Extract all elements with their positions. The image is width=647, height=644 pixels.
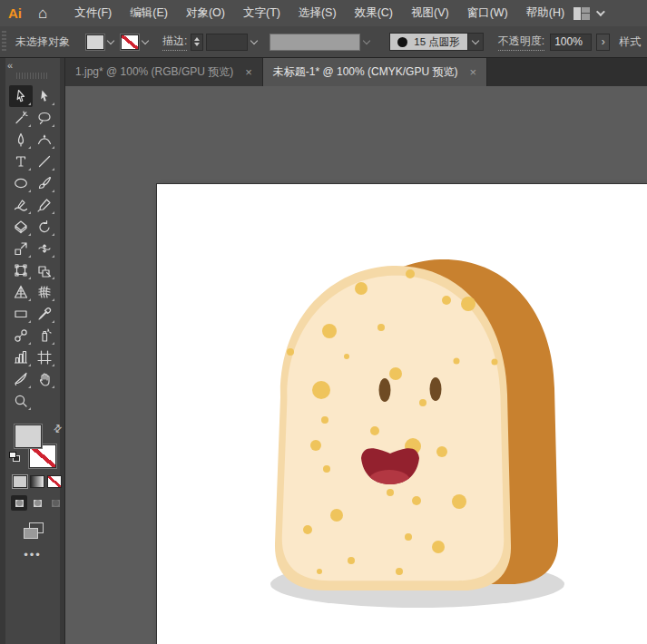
- draw-inside-button[interactable]: [47, 495, 64, 511]
- tool-selection[interactable]: [9, 85, 33, 107]
- brush-select[interactable]: 15 点圆形: [389, 33, 468, 51]
- mesh-icon: [37, 285, 52, 299]
- stroke-weight-label[interactable]: 描边:: [162, 34, 187, 51]
- tool-lasso[interactable]: [33, 107, 56, 129]
- collapse-panel-button[interactable]: «: [7, 60, 12, 71]
- tool-blend[interactable]: [9, 325, 33, 346]
- tool-pencil[interactable]: [33, 194, 56, 216]
- tool-zoom[interactable]: [9, 390, 33, 412]
- menu-object[interactable]: 对象(O): [177, 0, 234, 26]
- bread-spot: [389, 367, 402, 380]
- canvas-pasteboard[interactable]: [65, 86, 647, 644]
- panel-drag-grip[interactable]: [16, 73, 49, 79]
- workspace-switcher[interactable]: [573, 7, 603, 20]
- menu-view[interactable]: 视图(V): [402, 0, 458, 26]
- menu-window[interactable]: 窗口(W): [458, 0, 517, 26]
- menu-select[interactable]: 选择(S): [289, 0, 346, 26]
- gradient-button[interactable]: [30, 475, 44, 488]
- tool-width[interactable]: [33, 238, 56, 259]
- menu-effect[interactable]: 效果(C): [346, 0, 402, 26]
- tool-scale[interactable]: [9, 238, 33, 259]
- tool-pen[interactable]: [9, 129, 33, 151]
- home-icon[interactable]: ⌂: [38, 5, 47, 23]
- tool-rotate[interactable]: [33, 216, 56, 238]
- fill-dropdown-chevron-icon[interactable]: [107, 36, 114, 44]
- stroke-weight-select[interactable]: [206, 34, 248, 51]
- fill-stroke-cluster: ⇄: [9, 424, 60, 472]
- selection-icon: [14, 89, 28, 103]
- menu-help[interactable]: 帮助(H): [517, 0, 573, 26]
- style-label[interactable]: 样式: [619, 34, 641, 50]
- menu-edit[interactable]: 编辑(E): [121, 0, 177, 26]
- paintbrush-icon: [37, 176, 52, 190]
- tool-eyedropper[interactable]: [33, 303, 56, 325]
- fill-color-swatch[interactable]: [86, 34, 104, 50]
- tool-paintbrush[interactable]: [33, 172, 56, 194]
- tool-grid: [9, 85, 56, 412]
- artboard[interactable]: [157, 184, 647, 644]
- bread-spot: [370, 426, 379, 435]
- tool-hand[interactable]: [33, 368, 56, 390]
- tool-symbol-sprayer[interactable]: [33, 325, 56, 346]
- fill-color-control[interactable]: [15, 424, 42, 448]
- panel-grip[interactable]: [2, 31, 6, 53]
- change-screen-mode-button[interactable]: [24, 522, 45, 541]
- swap-fill-stroke-icon[interactable]: ⇄: [51, 422, 65, 436]
- tool-shape-builder[interactable]: [33, 259, 56, 281]
- tool-direct-selection[interactable]: [33, 85, 56, 107]
- draw-mode-row: [11, 495, 64, 511]
- shape-builder-icon: [37, 263, 52, 278]
- default-fill-stroke-icon[interactable]: [9, 452, 20, 462]
- bread-spot: [312, 381, 330, 399]
- bread-spot: [330, 509, 343, 522]
- stroke-dropdown-chevron-icon[interactable]: [142, 36, 149, 44]
- tab-document-1[interactable]: 1.jpg* @ 100% (RGB/GPU 预览) ×: [65, 58, 263, 86]
- chevron-down-icon: [596, 7, 605, 16]
- draw-behind-button[interactable]: [29, 495, 45, 511]
- edit-toolbar-button[interactable]: •••: [5, 548, 60, 561]
- stroke-color-swatch[interactable]: [121, 34, 139, 50]
- column-graph-icon: [14, 350, 28, 365]
- opacity-input[interactable]: 100%: [550, 34, 592, 51]
- menu-file[interactable]: 文件(F): [65, 0, 121, 26]
- draw-normal-button[interactable]: [11, 495, 27, 511]
- width-profile-chevron-icon: [363, 36, 370, 44]
- tool-eraser[interactable]: [9, 216, 33, 238]
- tool-slice[interactable]: [9, 368, 33, 390]
- tool-gradient[interactable]: [9, 303, 33, 325]
- tool-perspective-grid[interactable]: [9, 281, 33, 303]
- brush-name: 15 点圆形: [414, 35, 460, 49]
- round-brush-icon: [397, 37, 407, 47]
- tool-curvature[interactable]: [33, 129, 56, 151]
- tool-artboard[interactable]: [33, 346, 56, 368]
- bread-spot: [303, 525, 312, 534]
- bread-spot: [396, 568, 403, 575]
- close-icon[interactable]: ×: [469, 65, 476, 79]
- tool-column-graph[interactable]: [9, 346, 33, 368]
- stroke-weight-chevron-icon[interactable]: [250, 36, 258, 44]
- none-button[interactable]: [47, 475, 62, 488]
- bread-spot: [348, 557, 355, 564]
- menu-type[interactable]: 文字(T): [234, 0, 289, 26]
- tool-free-transform[interactable]: [9, 259, 33, 281]
- front-slice-bread: [282, 276, 504, 581]
- eraser-icon: [14, 220, 28, 234]
- brush-chevron-button[interactable]: [468, 33, 484, 51]
- bread-spot: [377, 324, 385, 331]
- tab-label: 未标题-1* @ 100% (CMYK/GPU 预览): [273, 64, 458, 80]
- tool-shaper[interactable]: [9, 194, 33, 216]
- tool-type[interactable]: [9, 151, 33, 172]
- tools-panel: « ⇄ •: [5, 58, 60, 644]
- tool-line-segment[interactable]: [33, 151, 56, 172]
- bread-spot: [321, 416, 328, 424]
- tool-mesh[interactable]: [33, 281, 56, 303]
- opacity-expand-button[interactable]: ›: [596, 34, 610, 51]
- tool-magic-wand[interactable]: [9, 107, 33, 129]
- opacity-label[interactable]: 不透明度:: [498, 34, 544, 51]
- color-button[interactable]: [13, 475, 27, 488]
- tab-document-2[interactable]: 未标题-1* @ 100% (CMYK/GPU 预览) ×: [263, 58, 487, 86]
- width-profile-select[interactable]: [270, 34, 360, 51]
- stroke-weight-stepper[interactable]: [191, 34, 203, 51]
- tool-ellipse[interactable]: [9, 172, 33, 194]
- close-icon[interactable]: ×: [245, 65, 252, 79]
